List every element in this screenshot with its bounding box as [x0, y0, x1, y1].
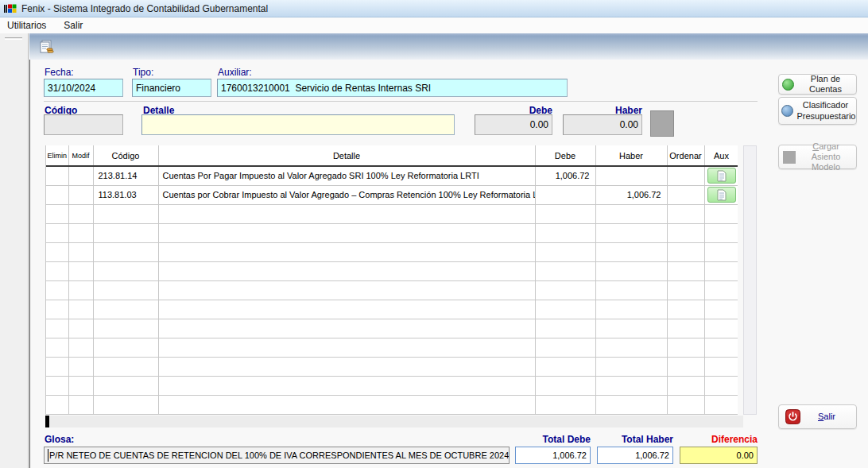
aux-document-icon [716, 189, 727, 201]
cell-modif [68, 376, 93, 395]
cell-elimin [46, 185, 68, 204]
clasificador-presupuestario-button[interactable]: Clasificador Presupuestario [778, 97, 857, 125]
table-row-empty [46, 204, 738, 223]
table-horizontal-scrollbar[interactable] [45, 416, 743, 427]
cell-debe [535, 319, 595, 338]
cell-modif [68, 338, 93, 357]
toolbar [29, 33, 868, 60]
cell-detalle [158, 376, 535, 395]
cell-debe [535, 300, 595, 319]
tipo-input[interactable]: Financiero [132, 79, 211, 97]
gray-square-icon [783, 151, 796, 164]
cell-detalle [158, 204, 535, 223]
cell-haber [595, 204, 667, 223]
cell-aux [704, 280, 738, 300]
fecha-input[interactable]: 31/10/2024 [44, 79, 123, 97]
table-row-empty [46, 376, 738, 395]
cell-detalle [158, 357, 535, 376]
auxiliar-input[interactable]: 1760013210001 Servicio de Rentas Interna… [217, 79, 568, 97]
cell-debe [535, 357, 595, 376]
blue-sphere-icon [781, 105, 793, 117]
cell-modif [68, 204, 93, 223]
cell-debe: 1,006.72 [535, 166, 595, 185]
cell-aux [704, 166, 738, 185]
cell-aux [704, 242, 738, 261]
cell-elimin [46, 319, 68, 338]
table-row-empty [46, 357, 738, 376]
cell-haber [595, 338, 667, 357]
table-row-empty [46, 319, 738, 338]
auxiliar-value: 1760013210001 Servicio de Rentas Interna… [221, 83, 431, 94]
haber-input[interactable]: 0.00 [563, 114, 642, 135]
table-row-empty [46, 261, 738, 280]
copy-document-button[interactable] [37, 37, 56, 56]
scrollbar-thumb[interactable] [45, 416, 49, 427]
salir-label: Salir [800, 412, 853, 422]
cell-detalle [158, 223, 535, 242]
table-vertical-scrollbar[interactable] [743, 145, 757, 415]
cell-detalle [158, 319, 535, 338]
cell-codigo [93, 261, 158, 280]
glosa-input[interactable]: P/R NETEO DE CUENTAS DE RETENCION DEL 10… [44, 447, 510, 464]
table-row[interactable]: 113.81.03Cuentas por Cobrar Impuesto al … [46, 185, 738, 204]
total-haber-input: 1,006.72 [597, 447, 673, 464]
cell-elimin [46, 338, 68, 357]
cell-haber: 1,006.72 [595, 185, 667, 204]
table-row[interactable]: 213.81.14Cuentas Por Pagar Impuesto al V… [46, 166, 738, 185]
cell-ordenar [667, 319, 704, 338]
cell-debe [535, 376, 595, 395]
cell-codigo [93, 395, 158, 414]
cell-aux [704, 300, 738, 319]
diferencia-input: 0.00 [680, 447, 758, 464]
plan-de-cuentas-button[interactable]: Plan de Cuentas [778, 74, 857, 95]
cell-aux [704, 376, 738, 395]
salir-button[interactable]: Salir [778, 404, 857, 429]
column-header-ordenar: Ordenar [667, 145, 704, 166]
cell-haber [595, 166, 667, 185]
diferencia-value: 0.00 [737, 451, 754, 460]
cell-elimin [46, 300, 68, 319]
cell-modif [68, 395, 93, 414]
cell-elimin [46, 242, 68, 261]
cell-detalle [158, 338, 535, 357]
menu-item-utilitarios[interactable]: Utilitarios [7, 20, 46, 31]
column-header-haber: Haber [595, 145, 667, 166]
aux-button[interactable] [707, 187, 736, 203]
table-header: EliminModifCódigoDetalleDebeHaberOrdenar… [46, 145, 738, 166]
cell-codigo: 113.81.03 [93, 185, 158, 204]
text-caret [48, 449, 48, 462]
cell-haber [595, 357, 667, 376]
panel-grip [5, 37, 22, 40]
left-panel-strip[interactable] [0, 33, 29, 468]
cell-ordenar [667, 395, 704, 414]
cell-aux [704, 319, 738, 338]
cell-modif [68, 242, 93, 261]
table-row-empty [46, 300, 738, 319]
cell-elimin [46, 166, 68, 185]
entries-table: EliminModifCódigoDetalleDebeHaberOrdenar… [45, 145, 738, 415]
cell-codigo [93, 300, 158, 319]
cell-codigo [93, 223, 158, 242]
cell-detalle [158, 280, 535, 300]
cell-haber [595, 376, 667, 395]
copy-document-icon [38, 39, 54, 55]
detalle-input[interactable] [141, 114, 455, 135]
cell-aux [704, 204, 738, 223]
cell-elimin [46, 223, 68, 242]
menu-item-salir[interactable]: Salir [64, 20, 83, 31]
cell-detalle [158, 242, 535, 261]
aux-button[interactable] [707, 168, 736, 184]
cell-haber [595, 300, 667, 319]
table-row-empty [46, 338, 738, 357]
codigo-input[interactable] [44, 114, 123, 135]
fecha-label: Fecha: [45, 67, 74, 78]
cell-haber [595, 261, 667, 280]
cell-aux [704, 223, 738, 242]
cell-codigo [93, 204, 158, 223]
cell-codigo [93, 242, 158, 261]
cell-modif [68, 261, 93, 280]
add-entry-button[interactable] [650, 110, 674, 137]
debe-input[interactable]: 0.00 [475, 114, 552, 135]
cargar-asiento-modelo-button: Cargar Asiento Modelo [778, 145, 857, 169]
column-header-detalle: Detalle [158, 145, 535, 166]
